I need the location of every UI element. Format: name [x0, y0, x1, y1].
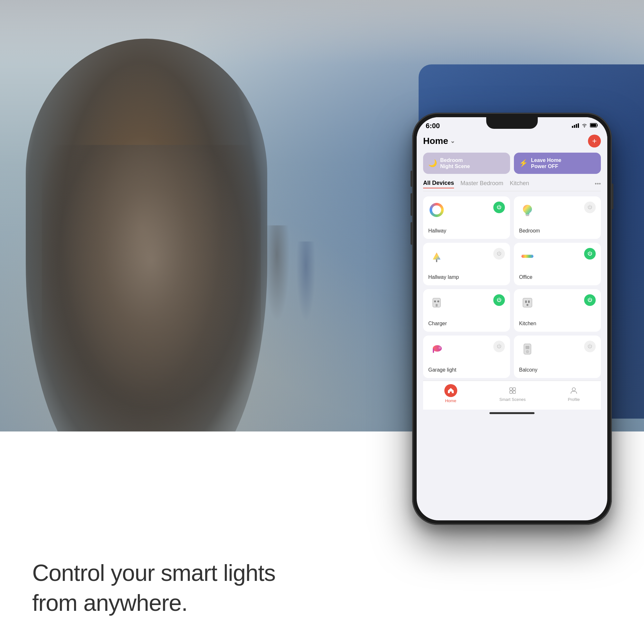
- leave-scene-label: Leave Home Power OFF: [531, 157, 561, 169]
- battery-icon: [590, 123, 598, 129]
- garage-light-icon: [428, 341, 445, 357]
- svg-rect-16: [436, 304, 438, 307]
- svg-rect-10: [436, 260, 437, 262]
- wifi-icon: [582, 123, 587, 129]
- device-card-balcony[interactable]: Balcony: [514, 336, 601, 378]
- lamp-colorful-icon: [430, 250, 443, 263]
- tagline-line1: Control your smart lights: [32, 558, 290, 588]
- profile-nav-label: Profile: [568, 397, 580, 402]
- hallway-lamp-icon: [428, 248, 445, 265]
- nav-home[interactable]: Home: [444, 384, 457, 403]
- tab-all-devices[interactable]: All Devices: [423, 180, 454, 188]
- svg-point-4: [584, 127, 585, 128]
- hallway-power-button[interactable]: [493, 202, 505, 213]
- device-card-kitchen[interactable]: Kitchen: [514, 289, 601, 332]
- svg-rect-25: [526, 346, 529, 349]
- office-icon: [519, 248, 536, 265]
- status-icons: [572, 123, 598, 129]
- svg-point-15: [437, 300, 439, 302]
- kitchen-device-name: Kitchen: [519, 321, 596, 327]
- balcony-icon: [519, 341, 536, 357]
- signal-icon: [572, 123, 579, 129]
- device-card-bedroom[interactable]: Bedroom: [514, 196, 601, 239]
- power-button: [612, 184, 613, 209]
- home-title[interactable]: Home ⌄: [423, 136, 455, 146]
- balcony-power-button[interactable]: [584, 341, 596, 352]
- svg-marker-9: [433, 252, 440, 260]
- colorful-bulb-icon: [521, 204, 534, 216]
- charger-power-button[interactable]: [493, 294, 505, 306]
- svg-rect-27: [510, 388, 512, 390]
- app-content: Home ⌄ + 🌙 Bedroom Night Scene: [417, 132, 607, 417]
- bottom-navigation: Home Smart Scenes Profile: [423, 381, 601, 410]
- nav-smart-scenes[interactable]: Smart Scenes: [499, 385, 526, 402]
- svg-rect-7: [526, 214, 529, 215]
- kitchen-icon: [519, 294, 536, 311]
- tabs-more-button[interactable]: •••: [595, 181, 601, 187]
- device-card-top-office: [519, 248, 596, 265]
- led-strip-icon: [520, 252, 535, 261]
- hallway-lamp-power-button[interactable]: [493, 248, 505, 260]
- ring-light-center: [432, 205, 441, 214]
- garage-light-power-button[interactable]: [493, 341, 505, 352]
- device-card-top-garage: [428, 341, 505, 357]
- silent-button: [411, 171, 412, 187]
- svg-rect-12: [521, 254, 533, 255]
- smart-scenes-nav-icon: [507, 385, 518, 396]
- device-card-office[interactable]: Office: [514, 243, 601, 285]
- home-nav-label: Home: [445, 398, 456, 403]
- home-label: Home: [423, 136, 448, 146]
- svg-rect-0: [572, 126, 573, 128]
- charger-icon: [428, 294, 445, 311]
- svg-rect-1: [574, 125, 575, 128]
- hallway-icon: [428, 202, 445, 218]
- device-card-top-hallway: [428, 202, 505, 218]
- device-card-hallway-lamp[interactable]: Hallway lamp: [423, 243, 510, 285]
- device-card-garage-light[interactable]: Garage light: [423, 336, 510, 378]
- svg-point-31: [572, 388, 575, 391]
- hairdryer-icon: [430, 343, 443, 355]
- bedroom-power-button[interactable]: [584, 202, 596, 213]
- bedroom-icon: [519, 202, 536, 218]
- svg-rect-8: [526, 215, 529, 216]
- svg-rect-29: [510, 391, 512, 393]
- svg-rect-18: [525, 300, 527, 303]
- intercom-icon: [521, 343, 534, 355]
- phone-screen: 6:00 Home ⌄: [417, 117, 607, 520]
- charger-plug-icon: [430, 296, 443, 309]
- svg-point-14: [434, 300, 436, 302]
- phone-outer: 6:00 Home ⌄: [412, 113, 612, 525]
- device-card-charger[interactable]: Charger: [423, 289, 510, 332]
- balcony-device-name: Balcony: [519, 367, 596, 373]
- device-card-top-balcony: [519, 341, 596, 357]
- scene-buttons: 🌙 Bedroom Night Scene ⚡ Leave Home Power…: [423, 153, 601, 174]
- tagline-container: Control your smart lights from anywhere.: [32, 558, 290, 618]
- hallway-device-name: Hallway: [428, 228, 505, 234]
- tab-master-bedroom[interactable]: Master Bedroom: [460, 180, 503, 188]
- leave-home-scene-button[interactable]: ⚡ Leave Home Power OFF: [514, 153, 601, 174]
- bedroom-night-scene-button[interactable]: 🌙 Bedroom Night Scene: [423, 153, 510, 174]
- volume-down-button: [411, 222, 412, 245]
- app-header: Home ⌄ +: [423, 135, 601, 147]
- svg-rect-30: [513, 391, 516, 393]
- svg-rect-3: [578, 123, 579, 128]
- tagline-line2: from anywhere.: [32, 588, 290, 618]
- kitchen-power-button[interactable]: [584, 294, 596, 306]
- svg-point-20: [526, 304, 528, 306]
- nav-profile[interactable]: Profile: [568, 385, 580, 402]
- device-card-top-kitchen: [519, 294, 596, 311]
- notch: [486, 117, 538, 129]
- bedroom-device-name: Bedroom: [519, 228, 596, 234]
- charger-device-name: Charger: [428, 321, 505, 327]
- device-card-hallway[interactable]: Hallway: [423, 196, 510, 239]
- tab-kitchen[interactable]: Kitchen: [510, 180, 529, 188]
- svg-rect-2: [576, 124, 577, 128]
- home-indicator: [489, 412, 535, 414]
- office-power-button[interactable]: [584, 248, 596, 260]
- add-button[interactable]: +: [588, 135, 601, 147]
- device-tabs: All Devices Master Bedroom Kitchen •••: [423, 180, 601, 191]
- ring-light-icon: [430, 203, 444, 217]
- svg-rect-28: [513, 388, 516, 390]
- hallway-lamp-device-name: Hallway lamp: [428, 274, 505, 280]
- profile-nav-icon: [569, 385, 579, 396]
